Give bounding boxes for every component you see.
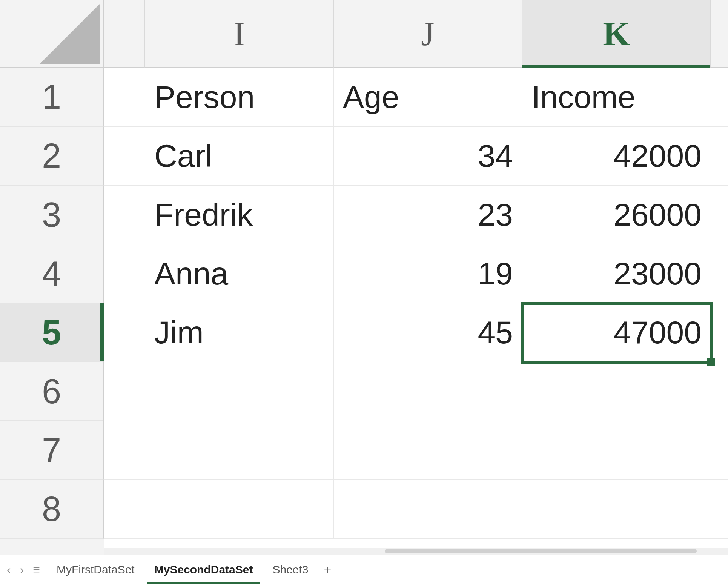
cell[interactable]: 45 <box>334 303 522 362</box>
data-row: Jim4547000 <box>104 303 728 362</box>
cell[interactable] <box>522 362 711 421</box>
tab-nav: ‹ › ≡ <box>7 563 47 577</box>
cell[interactable] <box>711 244 728 303</box>
row-header[interactable]: 8 <box>0 480 104 539</box>
cell[interactable] <box>104 127 145 186</box>
row-header[interactable]: 2 <box>0 127 104 186</box>
cell[interactable] <box>145 480 334 539</box>
cell[interactable] <box>711 186 728 244</box>
select-all-corner[interactable] <box>0 0 104 68</box>
sheet-tab[interactable]: MyFirstDataSet <box>47 555 144 584</box>
cell-grid[interactable]: PersonAgeIncomeCarl3442000Fredrik2326000… <box>104 68 728 584</box>
cell[interactable]: 42000 <box>522 127 711 186</box>
cell[interactable] <box>711 127 728 186</box>
sheet-tab[interactable]: MySecondDataSet <box>144 555 263 584</box>
cell[interactable] <box>334 421 522 480</box>
data-row <box>104 480 728 539</box>
cell[interactable] <box>145 362 334 421</box>
svg-marker-0 <box>40 4 100 64</box>
cell[interactable]: Income <box>522 68 711 127</box>
cell[interactable] <box>104 421 145 480</box>
column-header[interactable] <box>711 0 728 68</box>
data-row: Carl3442000 <box>104 127 728 186</box>
cell[interactable]: Anna <box>145 244 334 303</box>
column-header[interactable] <box>104 0 145 68</box>
fill-handle[interactable] <box>707 358 715 366</box>
cell[interactable]: 23 <box>334 186 522 244</box>
row-header[interactable]: 5 <box>0 303 104 362</box>
cell[interactable]: Fredrik <box>145 186 334 244</box>
cell[interactable] <box>711 303 728 362</box>
cell[interactable] <box>334 362 522 421</box>
cell[interactable]: 47000 <box>522 303 711 362</box>
cell[interactable] <box>104 68 145 127</box>
cell[interactable] <box>104 186 145 244</box>
row-header[interactable]: 6 <box>0 362 104 421</box>
column-header[interactable]: K <box>522 0 711 68</box>
cell[interactable]: 26000 <box>522 186 711 244</box>
row-header[interactable]: 3 <box>0 186 104 244</box>
sheet-tab[interactable]: Sheet3 <box>263 555 318 584</box>
cell[interactable] <box>711 68 728 127</box>
tab-menu-icon[interactable]: ≡ <box>33 563 40 577</box>
row-headers: 12345678 <box>0 68 104 539</box>
row-header[interactable]: 1 <box>0 68 104 127</box>
tab-prev-button[interactable]: ‹ <box>7 563 11 577</box>
cell[interactable]: Age <box>334 68 522 127</box>
data-row <box>104 421 728 480</box>
cell[interactable] <box>522 480 711 539</box>
data-row: Anna1923000 <box>104 244 728 303</box>
cell[interactable] <box>711 480 728 539</box>
cell[interactable] <box>104 244 145 303</box>
cell[interactable] <box>334 480 522 539</box>
cell[interactable] <box>711 362 728 421</box>
scrollbar-thumb[interactable] <box>385 549 697 553</box>
tab-next-button[interactable]: › <box>20 563 24 577</box>
cell[interactable] <box>522 421 711 480</box>
horizontal-scrollbar[interactable] <box>104 548 728 555</box>
cell[interactable]: Person <box>145 68 334 127</box>
column-headers: IJK <box>0 0 728 68</box>
cell[interactable]: Carl <box>145 127 334 186</box>
add-sheet-button[interactable]: + <box>318 562 337 577</box>
cell[interactable] <box>104 480 145 539</box>
row-header[interactable]: 7 <box>0 421 104 480</box>
data-row: Fredrik2326000 <box>104 186 728 244</box>
data-row: PersonAgeIncome <box>104 68 728 127</box>
cell[interactable] <box>104 303 145 362</box>
row-header[interactable]: 4 <box>0 244 104 303</box>
cell[interactable]: 19 <box>334 244 522 303</box>
sheet-tab-bar: ‹ › ≡ MyFirstDataSetMySecondDataSetSheet… <box>0 555 728 584</box>
cell[interactable]: 34 <box>334 127 522 186</box>
cell[interactable] <box>104 362 145 421</box>
cell[interactable] <box>145 421 334 480</box>
data-row <box>104 362 728 421</box>
cell[interactable]: 23000 <box>522 244 711 303</box>
spreadsheet-area: IJK 12345678 PersonAgeIncomeCarl3442000F… <box>0 0 728 584</box>
cell[interactable]: Jim <box>145 303 334 362</box>
column-header[interactable]: J <box>334 0 522 68</box>
cell[interactable] <box>711 421 728 480</box>
column-header[interactable]: I <box>145 0 334 68</box>
select-all-triangle-icon <box>40 4 100 64</box>
